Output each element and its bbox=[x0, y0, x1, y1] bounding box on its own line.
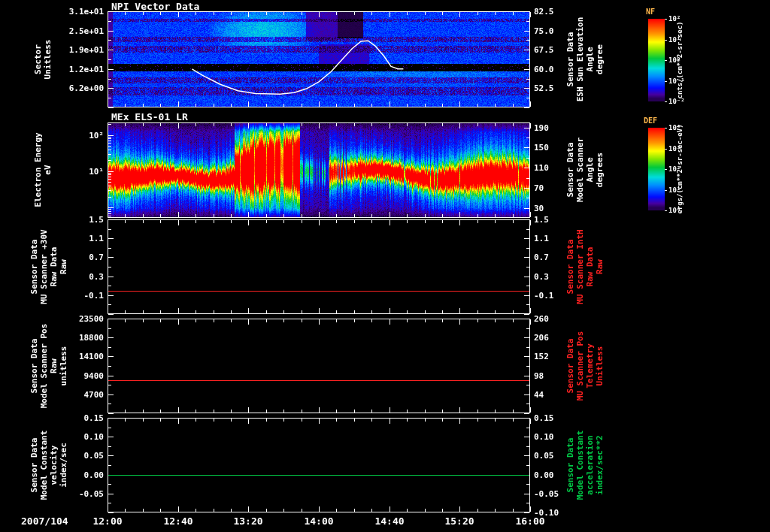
panel1-title: NPI Vector Data bbox=[111, 1, 199, 12]
panel4-ytick-right: 152 bbox=[534, 352, 582, 361]
colorbar1-tick: 10¹ bbox=[668, 36, 703, 44]
panel5-ytick-right: 0.10 bbox=[534, 432, 582, 442]
nf-colorbar bbox=[648, 19, 665, 101]
panel5-ytick-right: -0.10 bbox=[534, 508, 582, 518]
panel4-y2-label-line: Unitless bbox=[595, 346, 605, 386]
panel4-y2-label-line: Sensor Data bbox=[565, 339, 575, 394]
panel5-y2-label-line: Sensor Data bbox=[565, 438, 575, 493]
panel5-y2-label-line: index/sec**2 bbox=[595, 435, 605, 494]
panel3-y-label-line: MU Scanner +30V bbox=[39, 229, 49, 304]
panel4-ytick-right: 260 bbox=[534, 314, 582, 324]
panel1-ytick-right: 52.5 bbox=[534, 83, 582, 93]
panel1-y-label-line: Sector bbox=[33, 44, 43, 74]
colorbar2-tick: 10³ bbox=[668, 145, 703, 153]
panel2-ytick-right: 70 bbox=[534, 183, 582, 193]
panel3-ytick-right: 0.3 bbox=[534, 272, 582, 282]
colorbar1-tick: 10⁻² bbox=[668, 98, 703, 105]
panel3-y2-label-line: Sensor Data bbox=[565, 240, 575, 295]
panel1-ytick-left: 2.5e+01 bbox=[56, 26, 104, 36]
panel2-ytick-left: 10² bbox=[56, 131, 104, 141]
colorbar1-tick: 10⁻¹ bbox=[668, 77, 703, 85]
panel2-ytick-right: 150 bbox=[534, 143, 582, 153]
panel5-ytick-left: 0.00 bbox=[56, 470, 104, 480]
nf-colorbar-label: NF bbox=[646, 8, 655, 16]
panel5-ytick-right: -0.05 bbox=[534, 489, 582, 499]
panel5-y-label-line: Model Constant bbox=[39, 431, 49, 500]
panel1-ytick-right: 60.0 bbox=[534, 65, 582, 74]
npi-spectrogram-panel bbox=[108, 11, 530, 107]
panel1-ytick-right: 75.0 bbox=[534, 26, 582, 36]
panel5-ytick-right: 0.00 bbox=[534, 470, 582, 480]
time-tick-label: 14:00 bbox=[293, 515, 345, 527]
panel3-ytick-left: 1.5 bbox=[56, 215, 104, 225]
panel4-ytick-left: 23500 bbox=[56, 314, 104, 324]
panel5-ytick-right: 0.05 bbox=[534, 451, 582, 461]
panel1-ytick-right: 67.5 bbox=[534, 45, 582, 55]
panel3-ytick-right: 1.5 bbox=[534, 215, 582, 225]
panel2-ytick-left: 10¹ bbox=[56, 167, 104, 177]
panel5-y-label-line: Sensor Data bbox=[29, 438, 39, 493]
panel4-y-label-line: Sensor Data bbox=[29, 339, 39, 394]
panel1-ytick-left: 1.9e+01 bbox=[56, 45, 104, 55]
colorbar1-tick: 10⁰ bbox=[668, 56, 703, 64]
time-tick-label: 12:00 bbox=[81, 515, 134, 527]
panel5-y2-label-line: acceleration bbox=[585, 435, 595, 494]
panel2-y-label-line: eV bbox=[43, 165, 53, 174]
panel5-ytick-right: 0.15 bbox=[534, 413, 582, 423]
panel2-ytick-right: 30 bbox=[534, 204, 582, 213]
panel1-y2-label-line: degree bbox=[595, 44, 605, 74]
panel1-ytick-left: 6.2e+00 bbox=[56, 83, 104, 93]
panel3-ytick-right: -0.1 bbox=[534, 291, 582, 301]
panel1-ytick-left: 3.1e+01 bbox=[56, 7, 104, 17]
colorbar2-tick: 10⁰ bbox=[668, 207, 703, 214]
panel5-y-label-line: index/sec bbox=[59, 443, 68, 488]
panel2-y-label-line: Electron Energy bbox=[33, 132, 43, 207]
panel1-y2-label-line: Sensor Data bbox=[565, 32, 575, 87]
mu-scanner-line-panel bbox=[108, 219, 530, 314]
panel3-ytick-left: 0.3 bbox=[56, 272, 104, 282]
panel4-ytick-right: 206 bbox=[534, 333, 582, 343]
panel4-ytick-right: 98 bbox=[534, 371, 582, 381]
colorbar2-tick: 10² bbox=[668, 165, 703, 173]
panel1-ytick-right: 82.5 bbox=[534, 7, 582, 17]
panel2-title: MEx ELS-01 LR bbox=[111, 111, 188, 122]
panel4-ytick-left: 4700 bbox=[56, 390, 104, 400]
time-tick-label: 15:20 bbox=[433, 515, 486, 527]
scanner-pos-line-panel bbox=[108, 319, 530, 413]
colorbar2-tick: 10⁴ bbox=[668, 124, 703, 131]
panel3-ytick-left: 0.7 bbox=[56, 252, 104, 262]
els-spectrogram-panel bbox=[108, 122, 530, 218]
panel2-ytick-right: 190 bbox=[534, 123, 582, 133]
panel5-ytick-left: 0.15 bbox=[56, 413, 104, 423]
panel3-ytick-left: -0.1 bbox=[56, 291, 104, 301]
time-tick-label: 13:20 bbox=[222, 515, 274, 527]
def-colorbar bbox=[648, 128, 665, 210]
panel5-ytick-left: -0.05 bbox=[56, 489, 104, 499]
panel3-y-label-line: Sensor Data bbox=[29, 240, 39, 295]
panel2-ytick-right: 110 bbox=[534, 163, 582, 173]
panel4-ytick-left: 9400 bbox=[56, 371, 104, 381]
panel3-ytick-right: 0.7 bbox=[534, 252, 582, 262]
panel2-y2-label-line: degrees bbox=[595, 153, 605, 187]
panel2-y2-label-line: Angle bbox=[585, 157, 595, 182]
def-colorbar-label: DEF bbox=[644, 116, 657, 125]
panel1-ytick-left: 1.2e+01 bbox=[56, 65, 104, 74]
panel3-y2-label-line: Raw bbox=[595, 259, 605, 274]
panel3-ytick-left: 1.1 bbox=[56, 234, 104, 243]
panel3-y2-label-line: Raw Data bbox=[585, 247, 595, 287]
colorbar1-tick: 10² bbox=[668, 15, 703, 23]
panel1-y-label-line: Unitless bbox=[43, 40, 53, 80]
panel4-ytick-left: 14100 bbox=[56, 352, 104, 361]
date-label: 2007/104 bbox=[21, 515, 68, 527]
science-plot-page: NPI Vector Data MEx ELS-01 LR Sector Uni… bbox=[0, 0, 770, 532]
time-tick-label: 14:40 bbox=[363, 515, 416, 527]
panel4-ytick-right: 44 bbox=[534, 390, 582, 400]
panel4-y-label-line: Model Scanner Pos bbox=[39, 324, 49, 409]
panel5-ytick-left: 0.10 bbox=[56, 432, 104, 442]
panel4-y2-label-line: Telemetry bbox=[585, 343, 595, 388]
panel5-ytick-left: 0.05 bbox=[56, 451, 104, 461]
model-constant-line-panel bbox=[108, 418, 530, 512]
time-tick-label: 12:40 bbox=[152, 515, 205, 527]
panel1-y2-label-line: Angle bbox=[585, 47, 595, 71]
panel3-ytick-right: 1.1 bbox=[534, 234, 582, 243]
